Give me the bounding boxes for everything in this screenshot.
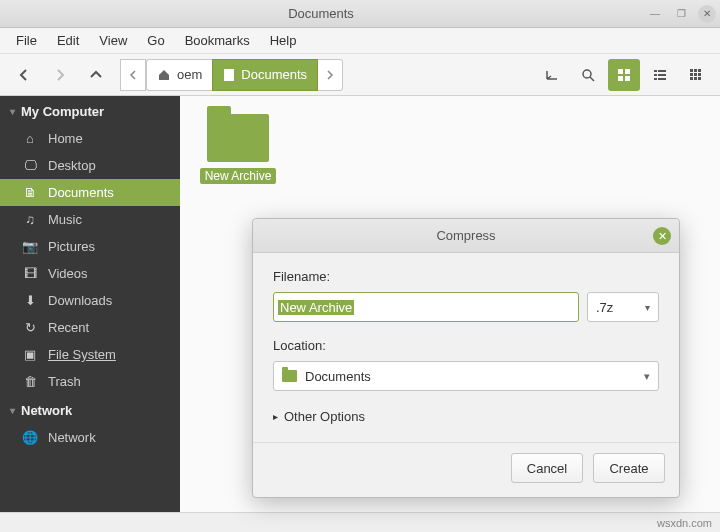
location-value: Documents [305,369,371,384]
create-button[interactable]: Create [593,453,665,483]
chevron-down-icon: ▾ [10,106,15,117]
path-current[interactable]: Documents [212,59,318,91]
other-options-label: Other Options [284,409,365,424]
grid-icon [617,68,631,82]
sidebar-item-label: Recent [48,320,89,335]
svg-rect-10 [654,78,657,80]
sidebar-item-filesystem[interactable]: ▣ File System [0,341,180,368]
folder-icon [207,114,269,162]
svg-rect-6 [654,70,657,72]
path-home-label: oem [177,67,202,82]
maximize-button[interactable]: ❐ [672,5,690,23]
sidebar-item-network[interactable]: 🌐 Network [0,424,180,451]
close-button[interactable]: ✕ [698,5,716,23]
location-icon [544,67,560,83]
trash-icon: 🗑 [22,374,38,389]
sidebar-item-label: Downloads [48,293,112,308]
status-text: wsxdn.com [657,517,712,529]
path-home[interactable]: oem [146,59,212,91]
sidebar-item-trash[interactable]: 🗑 Trash [0,368,180,395]
path-dropdown-right[interactable] [318,59,343,91]
list-icon [653,68,667,82]
sidebar-item-videos[interactable]: 🎞 Videos [0,260,180,287]
compact-view-button[interactable] [680,59,712,91]
chevron-right-icon [326,70,334,80]
menu-bookmarks[interactable]: Bookmarks [175,30,260,51]
recent-icon: ↻ [22,320,38,335]
svg-rect-8 [654,74,657,76]
sidebar-item-label: Trash [48,374,81,389]
minimize-button[interactable]: — [646,5,664,23]
svg-rect-5 [625,76,630,81]
sidebar-item-label: File System [48,347,116,362]
sidebar-item-downloads[interactable]: ⬇ Downloads [0,287,180,314]
svg-rect-4 [618,76,623,81]
sidebar-item-pictures[interactable]: 📷 Pictures [0,233,180,260]
dialog-body: Filename: New Archive .7z ▾ Location: Do… [253,253,679,442]
dialog-title: Compress [436,228,495,243]
svg-rect-19 [694,77,697,80]
filename-value: New Archive [278,300,354,315]
pictures-icon: 📷 [22,239,38,254]
toggle-location-button[interactable] [536,59,568,91]
sidebar-item-label: Pictures [48,239,95,254]
icon-view-button[interactable] [608,59,640,91]
sidebar-item-desktop[interactable]: 🖵 Desktop [0,152,180,179]
folder-item[interactable]: New Archive [198,114,278,184]
sidebar-item-label: Desktop [48,158,96,173]
menu-edit[interactable]: Edit [47,30,89,51]
status-bar: wsxdn.com [0,512,720,532]
search-icon [580,67,596,83]
compress-dialog: Compress ✕ Filename: New Archive .7z ▾ L… [252,218,680,498]
path-dropdown-left[interactable] [120,59,146,91]
arrow-up-icon [88,67,104,83]
svg-rect-9 [658,74,666,76]
sidebar-section-network[interactable]: ▾ Network [0,395,180,424]
svg-rect-13 [694,69,697,72]
close-icon: ✕ [658,230,667,243]
sidebar-item-label: Home [48,131,83,146]
menu-go[interactable]: Go [137,30,174,51]
sidebar-item-home[interactable]: ⌂ Home [0,125,180,152]
svg-rect-20 [698,77,701,80]
filename-label: Filename: [273,269,659,284]
dialog-close-button[interactable]: ✕ [653,227,671,245]
folder-label: New Archive [200,168,277,184]
disk-icon: ▣ [22,347,38,362]
svg-rect-11 [658,78,666,80]
list-view-button[interactable] [644,59,676,91]
toolbar: oem Documents [0,54,720,96]
search-button[interactable] [572,59,604,91]
svg-point-1 [583,70,591,78]
sidebar-item-recent[interactable]: ↻ Recent [0,314,180,341]
cancel-label: Cancel [527,461,567,476]
chevron-down-icon: ▾ [645,302,650,313]
desktop-icon: 🖵 [22,158,38,173]
menu-help[interactable]: Help [260,30,307,51]
sidebar-section-label: Network [21,403,72,418]
music-icon: ♫ [22,212,38,227]
up-button[interactable] [80,59,112,91]
forward-button[interactable] [44,59,76,91]
dialog-titlebar: Compress ✕ [253,219,679,253]
home-icon: ⌂ [22,131,38,146]
path-current-label: Documents [241,67,307,82]
menubar: File Edit View Go Bookmarks Help [0,28,720,54]
sidebar-item-documents[interactable]: 🗎 Documents [0,179,180,206]
window-titlebar: Documents — ❐ ✕ [0,0,720,28]
other-options-expander[interactable]: ▸ Other Options [273,409,659,424]
compact-icon [689,68,703,82]
filename-input[interactable]: New Archive [273,292,579,322]
sidebar-item-music[interactable]: ♫ Music [0,206,180,233]
cancel-button[interactable]: Cancel [511,453,583,483]
menu-view[interactable]: View [89,30,137,51]
back-button[interactable] [8,59,40,91]
extension-dropdown[interactable]: .7z ▾ [587,292,659,322]
menu-file[interactable]: File [6,30,47,51]
chevron-right-icon: ▸ [273,411,278,422]
location-dropdown[interactable]: Documents ▾ [273,361,659,391]
sidebar-section-computer[interactable]: ▾ My Computer [0,96,180,125]
window-title: Documents [288,6,354,21]
arrow-right-icon [52,67,68,83]
svg-rect-17 [698,73,701,76]
